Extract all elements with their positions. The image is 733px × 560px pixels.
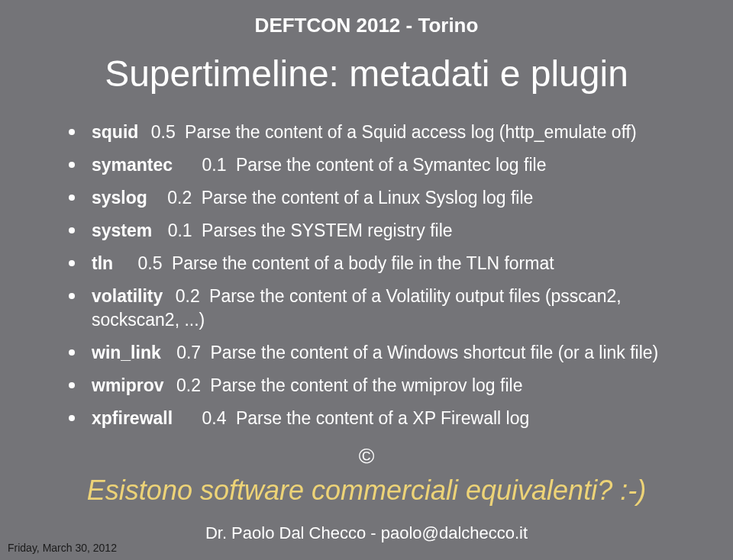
list-item: xpfirewall 0.4 Parse the content of a XP… [69,407,702,430]
list-item: syslog 0.2 Parse the content of a Linux … [69,186,702,210]
plugin-version: 0.2 [176,375,201,395]
bullet-icon [69,260,75,266]
copyright-symbol: © [0,444,733,468]
plugin-version: 0.1 [168,220,192,240]
plugin-name: xpfirewall [92,408,173,428]
plugin-desc: Parse the content of a Squid access log … [185,122,637,142]
bullet-icon [69,293,75,299]
plugin-version: 0.7 [176,343,201,362]
plugin-desc: Parses the SYSTEM registry file [202,220,453,240]
bullet-icon [69,162,75,168]
list-item: symantec 0.1 Parse the content of a Syma… [69,153,702,177]
plugin-name: symantec [92,155,173,175]
plugin-name: syslog [92,188,147,208]
plugin-desc: Parse the content of a Volatility output… [92,286,622,330]
slide-title: Supertimeline: metadati e plugin [0,53,733,95]
plugin-version: 0.5 [151,122,176,142]
bullet-icon [69,349,75,356]
list-item: tln 0.5 Parse the content of a body file… [69,252,702,275]
bullet-icon [69,227,75,233]
plugin-version: 0.2 [167,188,192,208]
slide-date: Friday, March 30, 2012 [8,542,117,554]
bullet-icon [69,415,75,421]
plugin-desc: Parse the content of a XP Firewall log [236,408,529,428]
slide-header: DEFTCON 2012 - Torino [0,0,733,37]
list-item: system 0.1 Parses the SYSTEM registry fi… [69,219,702,243]
plugin-name: wmiprov [92,375,164,395]
plugin-version: 0.2 [176,286,200,306]
plugin-name: squid [92,122,138,142]
plugin-version: 0.5 [138,253,163,273]
plugin-version: 0.1 [202,155,227,175]
plugin-name: system [92,220,152,240]
plugin-desc: Parse the content of the wmiprov log fil… [210,375,522,395]
plugin-desc: Parse the content of a Windows shortcut … [211,343,659,362]
bullet-icon [69,129,75,135]
list-item: squid 0.5 Parse the content of a Squid a… [69,121,702,144]
plugin-desc: Parse the content of a body file in the … [172,253,554,273]
list-item: win_link 0.7 Parse the content of a Wind… [69,341,702,365]
author-line: Dr. Paolo Dal Checco - paolo@dalchecco.i… [0,523,733,543]
footer-question: Esistono software commerciali equivalent… [0,475,733,507]
list-item: volatility 0.2 Parse the content of a Vo… [69,285,702,332]
bullet-icon [69,382,75,388]
plugin-name: win_link [92,343,161,362]
plugin-version: 0.4 [202,408,227,428]
plugin-desc: Parse the content of a Symantec log file [236,155,547,175]
list-item: wmiprov 0.2 Parse the content of the wmi… [69,374,702,397]
plugin-desc: Parse the content of a Linux Syslog log … [202,188,534,208]
plugin-name: tln [92,253,113,273]
plugin-name: volatility [92,286,163,306]
plugin-list: squid 0.5 Parse the content of a Squid a… [0,121,733,430]
bullet-icon [69,195,75,201]
